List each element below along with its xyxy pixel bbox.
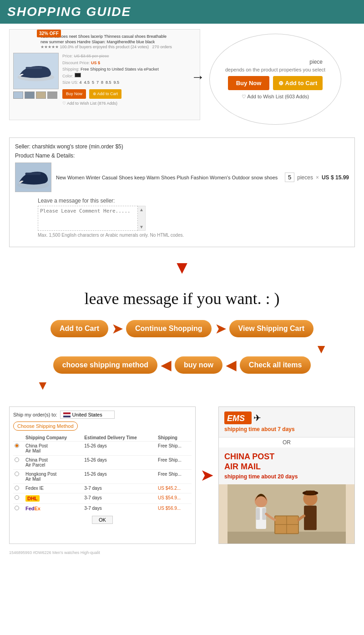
radio-hk-post[interactable] — [15, 472, 19, 476]
ems-logo-block: EMS ✈ — [224, 411, 261, 424]
scrollbar: ▲ ▼ — [138, 206, 146, 231]
ship-china-post-air: Free Ship... — [157, 442, 192, 456]
flow-arrow-left-1: ◀ — [161, 358, 171, 373]
ems-svg: EMS — [224, 411, 252, 424]
ship-to-row: Ship my order(s) to: United States — [13, 411, 192, 419]
scroll-down-icon: ▼ — [139, 224, 144, 229]
flow-arrow-right-1: ➤ — [112, 321, 122, 336]
buy-now-button[interactable]: Buy Now — [228, 76, 270, 90]
delivery-img-section — [219, 484, 354, 544]
fedex-logo: FedEx — [25, 506, 40, 511]
flow-row-2: choose shipping method ◀ buy now ◀ Check… — [9, 356, 355, 374]
down-arrow-1: ▼ — [0, 254, 364, 280]
us-flag-icon — [63, 412, 71, 417]
order-shoe-svg — [15, 163, 51, 192]
product-section: 32% OFF valentineshoes neet Shoes laceri… — [0, 24, 364, 130]
delivery-scene-svg — [221, 484, 353, 544]
time-dhl: 3-7 days — [83, 493, 157, 504]
col-company-label: Shipping Company — [24, 434, 83, 442]
china-post-section: CHINA POST AIR MAIL shipping time about … — [219, 447, 354, 484]
radio-dhl[interactable] — [15, 495, 19, 500]
flow-arrow-left-2: ◀ — [226, 358, 236, 373]
callout-buttons: Buy Now ⊕ Add to Cart — [228, 76, 323, 90]
china-post-time-label: shipping time about — [224, 473, 278, 480]
svg-text:EMS: EMS — [227, 414, 245, 423]
message-textarea[interactable] — [38, 206, 137, 229]
svg-point-8 — [255, 495, 268, 508]
fake-buy-btn: Buy Now — [62, 89, 86, 98]
ems-time: shipping time about 7 days — [224, 426, 349, 432]
callout-bubble: piece depends on the product properties … — [209, 34, 341, 125]
country-name: United States — [72, 412, 102, 417]
time-fedex: 3-7 days — [83, 504, 157, 513]
order-shoe-image — [15, 163, 51, 192]
time-china-post-air: 15-26 days — [83, 442, 157, 456]
ems-time-value: 7 days — [278, 426, 294, 432]
company-fedex-ie: Fedex IE — [24, 484, 83, 493]
piece-label: piece — [309, 59, 323, 65]
watermark: 1546895993 #DW6226 Men's watches High-qu… — [0, 549, 364, 557]
company-fedex: FedEx — [24, 504, 83, 513]
add-to-cart-flow-btn[interactable]: Add to Cart — [51, 320, 108, 337]
wishlist-label[interactable]: ♡ Add to Wish List (603 Adds) — [242, 94, 309, 100]
add-to-cart-button[interactable]: ⊕ Add to Cart — [273, 76, 323, 90]
rating-fake: ★★★★★ 100.0% of buyers enjoyed this prod… — [40, 45, 196, 49]
choose-shipping-btn[interactable]: Choose Shipping Method — [13, 422, 78, 431]
time-fedex-ie: 3-7 days — [83, 484, 157, 493]
product-details-fake: Price: US $3.65 per piece Discount Price… — [62, 53, 159, 107]
time-hk-post: 15-26 days — [83, 470, 157, 484]
arrow-pointer: → — [191, 69, 205, 85]
time-china-post-parcel: 15-26 days — [83, 456, 157, 470]
price-label: US $ 15.99 — [322, 174, 349, 181]
shipping-table: Shipping Company Estimated Delivery Time… — [13, 434, 192, 513]
ems-time-label: shipping time about — [224, 426, 278, 432]
thumb-4[interactable] — [47, 91, 57, 99]
product-name-label: Product Name & Details: — [15, 152, 349, 159]
company-dhl: DHL — [24, 493, 83, 504]
down-arrow-icon-1: ▼ — [173, 258, 191, 276]
ship-hk-post: Free Ship... — [157, 470, 192, 484]
radio-fedex-ie[interactable] — [15, 486, 19, 490]
message-box-outer — [38, 206, 138, 231]
down-arrow-icon-2: ▼ — [315, 342, 328, 356]
check-all-items-flow-btn[interactable]: Check all items — [240, 356, 311, 374]
radio-china-post-parcel[interactable] — [15, 457, 19, 462]
shipping-img-card: EMS ✈ shipping time about 7 days OR CHIN… — [218, 406, 355, 544]
table-row: China PostAir Mail 15-26 days Free Ship.… — [13, 442, 192, 456]
choose-shipping-flow-btn[interactable]: choose shipping method — [53, 356, 157, 374]
buy-now-flow-btn[interactable]: buy now — [175, 356, 222, 374]
table-row: Hongkong PostAir Mail 15-26 days Free Sh… — [13, 470, 192, 484]
table-row: China PostAir Parcel 15-26 days Free Shi… — [13, 456, 192, 470]
china-post-line2: AIR MAIL — [224, 462, 349, 472]
radio-fedex[interactable] — [15, 506, 19, 510]
svg-rect-13 — [304, 506, 317, 530]
shipping-section: Ship my order(s) to: United States Choos… — [0, 402, 364, 549]
seller-info: Seller: charshldx wong's store (min.orde… — [15, 143, 349, 150]
thumb-3[interactable] — [36, 91, 46, 99]
table-row: DHL 3-7 days US $54.9... — [13, 493, 192, 504]
down-arrow-icon-3: ▼ — [36, 378, 49, 393]
shipping-table-card: Ship my order(s) to: United States Choos… — [9, 406, 196, 544]
thumb-2[interactable] — [25, 91, 35, 99]
flow-arrow-right-2: ➤ — [215, 321, 226, 336]
table-row: FedEx 3-7 days US $56.9... — [13, 504, 192, 513]
or-divider: OR — [219, 437, 354, 447]
company-china-post-parcel: China PostAir Parcel — [24, 456, 83, 470]
country-input[interactable]: United States — [60, 411, 115, 419]
leave-message-caption: leave message if you want. : ) — [0, 289, 364, 308]
quantity-box[interactable]: 5 — [285, 173, 294, 182]
radio-china-post-air[interactable] — [15, 443, 19, 448]
company-china-post-air: China PostAir Mail — [24, 442, 83, 456]
thumb-1[interactable] — [13, 91, 23, 99]
svg-rect-3 — [25, 173, 41, 175]
continue-shopping-flow-btn[interactable]: Continue Shopping — [126, 320, 212, 337]
depends-label: depends on the product properties you se… — [225, 67, 325, 72]
shoe-svg — [15, 57, 56, 85]
ok-button[interactable]: OK — [92, 516, 113, 524]
col-time-label: Estimated Delivery Time — [83, 434, 157, 442]
view-shipping-cart-flow-btn[interactable]: View Shipping Cart — [229, 320, 314, 337]
svg-rect-1 — [26, 67, 42, 69]
ems-logo-inner: EMS ✈ — [224, 411, 261, 424]
company-hk-post: Hongkong PostAir Mail — [24, 470, 83, 484]
flow-arrow-down-1: ▼ — [9, 342, 355, 356]
